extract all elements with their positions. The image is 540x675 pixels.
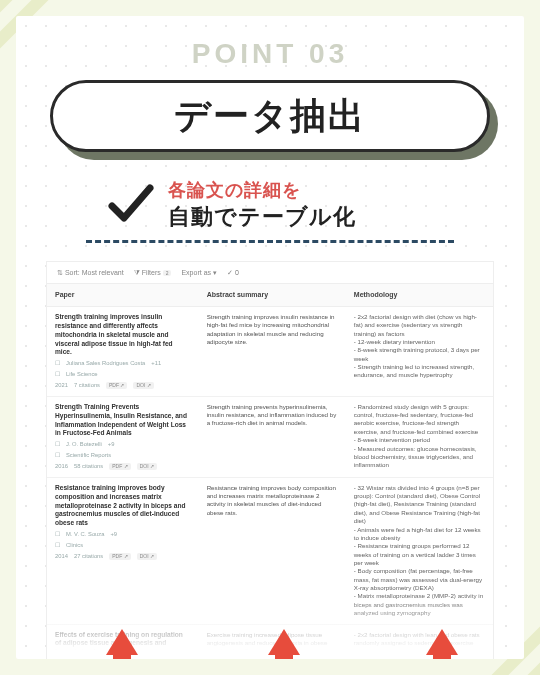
hero-pill: データ抽出: [50, 80, 490, 152]
divider: [86, 240, 454, 243]
paper-title[interactable]: Resistance training improves body compos…: [55, 484, 191, 528]
results-table: Paper Abstract summary Methodology Stren…: [47, 284, 493, 659]
paper-title[interactable]: Strength training improves insulin resis…: [55, 313, 191, 357]
paper-title[interactable]: Effects of exercise training on regulati…: [55, 631, 191, 658]
col-paper[interactable]: Paper: [47, 284, 199, 306]
sort-control[interactable]: ⇅ Sort: Most relevant: [57, 268, 124, 277]
filters-control[interactable]: ⧩ Filters 2: [134, 268, 172, 277]
check-icon: [106, 180, 154, 228]
abstract-cell: Exercise training increased adipose tiss…: [199, 624, 346, 659]
col-abstract[interactable]: Abstract summary: [199, 284, 346, 306]
paper-meta: ☐ M. V. C. Souza +9: [55, 531, 191, 539]
abstract-cell: Strength training prevents hyperinsuline…: [199, 396, 346, 477]
paper-meta: ☐ Juliana Sales Rodrigues Costa +11: [55, 360, 191, 368]
col-methodology[interactable]: Methodology: [346, 284, 493, 306]
table-row[interactable]: Strength training improves insulin resis…: [47, 306, 493, 396]
methodology-cell: 2x2 factorial design with lean and obese…: [346, 624, 493, 659]
subhead-line2: 自動でテーブル化: [168, 202, 356, 232]
table-row[interactable]: Resistance training improves body compos…: [47, 477, 493, 624]
hero-title: データ抽出: [174, 92, 366, 141]
table-row[interactable]: Strength Training Prevents Hyperinsuline…: [47, 396, 493, 477]
card: POINT 03 データ抽出 各論文の詳細を 自動でテーブル化 ⇅ Sort: …: [16, 16, 524, 659]
paper-meta: ☐ J. O. Botezelli +9: [55, 441, 191, 449]
subhead-line1: 各論文の詳細を: [168, 178, 356, 202]
subhead: 各論文の詳細を 自動でテーブル化: [106, 178, 494, 232]
select-count[interactable]: ✓ 0: [227, 268, 239, 277]
table-screenshot: ⇅ Sort: Most relevant ⧩ Filters 2 Export…: [46, 261, 494, 659]
abstract-cell: Strength training improves insulin resis…: [199, 306, 346, 396]
export-control[interactable]: Export as ▾: [181, 268, 217, 277]
paper-title[interactable]: Strength Training Prevents Hyperinsuline…: [55, 403, 191, 439]
abstract-cell: Resistance training improves body compos…: [199, 477, 346, 624]
methodology-cell: 2x2 factorial design with diet (chow vs …: [346, 306, 493, 396]
table-row[interactable]: Effects of exercise training on regulati…: [47, 624, 493, 659]
table-toolbar: ⇅ Sort: Most relevant ⧩ Filters 2 Export…: [47, 262, 493, 284]
methodology-cell: 32 Wistar rats divided into 4 groups (n=…: [346, 477, 493, 624]
hero: データ抽出: [50, 80, 490, 152]
methodology-cell: Randomized study design with 5 groups: c…: [346, 396, 493, 477]
point-label: POINT 03: [46, 38, 494, 70]
